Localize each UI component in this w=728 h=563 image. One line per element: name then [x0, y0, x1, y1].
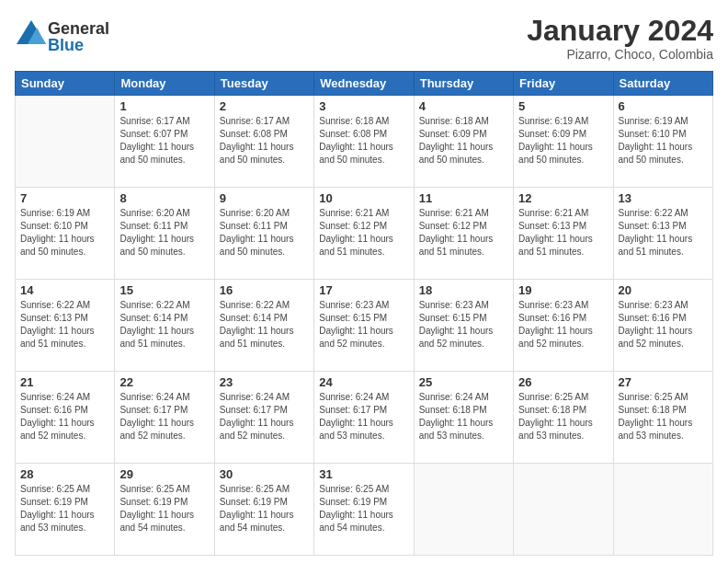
day-info: Sunrise: 6:20 AM Sunset: 6:11 PM Dayligh… [220, 207, 309, 259]
calendar-table: Sunday Monday Tuesday Wednesday Thursday… [15, 71, 713, 556]
day-number: 31 [319, 467, 408, 481]
header-thursday: Thursday [414, 72, 513, 96]
table-row: 8Sunrise: 6:20 AM Sunset: 6:11 PM Daylig… [115, 188, 214, 280]
day-number: 27 [619, 375, 708, 389]
day-number: 1 [119, 99, 209, 113]
table-row: 28Sunrise: 6:25 AM Sunset: 6:19 PM Dayli… [16, 464, 115, 556]
day-number: 18 [419, 283, 508, 297]
day-number: 19 [518, 283, 608, 297]
day-info: Sunrise: 6:23 AM Sunset: 6:15 PM Dayligh… [419, 299, 508, 350]
day-info: Sunrise: 6:21 AM Sunset: 6:12 PM Dayligh… [319, 207, 408, 259]
day-number: 15 [119, 283, 209, 297]
day-number: 26 [518, 375, 608, 389]
title-section: January 2024 Pizarro, Choco, Colombia [527, 15, 713, 62]
header-sunday: Sunday [16, 72, 115, 96]
table-row: 4Sunrise: 6:18 AM Sunset: 6:09 PM Daylig… [414, 96, 513, 188]
table-row: 7Sunrise: 6:19 AM Sunset: 6:10 PM Daylig… [16, 188, 115, 280]
page: General Blue January 2024 Pizarro, Choco… [0, 0, 728, 563]
calendar-header-row: Sunday Monday Tuesday Wednesday Thursday… [16, 72, 713, 96]
table-row: 5Sunrise: 6:19 AM Sunset: 6:09 PM Daylig… [514, 96, 613, 188]
table-row: 3Sunrise: 6:18 AM Sunset: 6:08 PM Daylig… [314, 96, 414, 188]
day-info: Sunrise: 6:24 AM Sunset: 6:17 PM Dayligh… [319, 391, 408, 442]
day-number: 6 [619, 99, 708, 113]
table-row: 10Sunrise: 6:21 AM Sunset: 6:12 PM Dayli… [314, 188, 414, 280]
day-number: 22 [119, 375, 209, 389]
table-row: 11Sunrise: 6:21 AM Sunset: 6:12 PM Dayli… [414, 188, 513, 280]
day-number: 16 [220, 283, 309, 297]
header-friday: Friday [514, 72, 613, 96]
calendar-week-row: 21Sunrise: 6:24 AM Sunset: 6:16 PM Dayli… [16, 372, 713, 464]
day-info: Sunrise: 6:25 AM Sunset: 6:19 PM Dayligh… [220, 483, 309, 534]
day-number: 23 [220, 375, 309, 389]
logo: General Blue [15, 18, 109, 55]
day-number: 11 [419, 191, 508, 205]
table-row: 17Sunrise: 6:23 AM Sunset: 6:15 PM Dayli… [314, 280, 414, 372]
table-row: 2Sunrise: 6:17 AM Sunset: 6:08 PM Daylig… [214, 96, 313, 188]
day-info: Sunrise: 6:24 AM Sunset: 6:17 PM Dayligh… [220, 391, 309, 442]
calendar-week-row: 7Sunrise: 6:19 AM Sunset: 6:10 PM Daylig… [16, 188, 713, 280]
day-info: Sunrise: 6:25 AM Sunset: 6:19 PM Dayligh… [319, 483, 408, 534]
day-info: Sunrise: 6:25 AM Sunset: 6:19 PM Dayligh… [119, 483, 209, 534]
day-info: Sunrise: 6:18 AM Sunset: 6:08 PM Dayligh… [319, 115, 408, 167]
day-info: Sunrise: 6:24 AM Sunset: 6:16 PM Dayligh… [20, 391, 109, 442]
table-row [613, 464, 712, 556]
day-info: Sunrise: 6:17 AM Sunset: 6:08 PM Dayligh… [220, 115, 309, 167]
day-number: 7 [20, 191, 109, 205]
day-info: Sunrise: 6:22 AM Sunset: 6:13 PM Dayligh… [20, 299, 109, 350]
day-number: 28 [20, 467, 109, 481]
day-info: Sunrise: 6:24 AM Sunset: 6:17 PM Dayligh… [119, 391, 209, 442]
day-info: Sunrise: 6:19 AM Sunset: 6:10 PM Dayligh… [619, 115, 708, 167]
day-number: 13 [619, 191, 708, 205]
day-info: Sunrise: 6:20 AM Sunset: 6:11 PM Dayligh… [119, 207, 209, 259]
day-info: Sunrise: 6:19 AM Sunset: 6:10 PM Dayligh… [20, 207, 109, 259]
day-info: Sunrise: 6:23 AM Sunset: 6:15 PM Dayligh… [319, 299, 408, 350]
table-row: 22Sunrise: 6:24 AM Sunset: 6:17 PM Dayli… [115, 372, 214, 464]
calendar-week-row: 14Sunrise: 6:22 AM Sunset: 6:13 PM Dayli… [16, 280, 713, 372]
day-info: Sunrise: 6:24 AM Sunset: 6:18 PM Dayligh… [419, 391, 508, 442]
header: General Blue January 2024 Pizarro, Choco… [15, 15, 713, 62]
day-number: 5 [518, 99, 608, 113]
logo-blue: Blue [48, 37, 109, 53]
day-info: Sunrise: 6:25 AM Sunset: 6:18 PM Dayligh… [619, 391, 708, 442]
calendar-week-row: 28Sunrise: 6:25 AM Sunset: 6:19 PM Dayli… [16, 464, 713, 556]
day-number: 30 [220, 467, 309, 481]
day-number: 4 [419, 99, 508, 113]
calendar-week-row: 1Sunrise: 6:17 AM Sunset: 6:07 PM Daylig… [16, 96, 713, 188]
day-info: Sunrise: 6:22 AM Sunset: 6:14 PM Dayligh… [119, 299, 209, 350]
table-row: 21Sunrise: 6:24 AM Sunset: 6:16 PM Dayli… [16, 372, 115, 464]
table-row: 15Sunrise: 6:22 AM Sunset: 6:14 PM Dayli… [115, 280, 214, 372]
day-number: 20 [619, 283, 708, 297]
month-title: January 2024 [527, 15, 713, 47]
logo-general: General [48, 20, 109, 37]
table-row: 27Sunrise: 6:25 AM Sunset: 6:18 PM Dayli… [613, 372, 712, 464]
day-info: Sunrise: 6:19 AM Sunset: 6:09 PM Dayligh… [518, 115, 608, 167]
day-info: Sunrise: 6:22 AM Sunset: 6:14 PM Dayligh… [220, 299, 309, 350]
day-info: Sunrise: 6:21 AM Sunset: 6:13 PM Dayligh… [518, 207, 608, 259]
day-number: 25 [419, 375, 508, 389]
day-number: 14 [20, 283, 109, 297]
day-number: 17 [319, 283, 408, 297]
day-info: Sunrise: 6:18 AM Sunset: 6:09 PM Dayligh… [419, 115, 508, 167]
header-wednesday: Wednesday [314, 72, 414, 96]
day-info: Sunrise: 6:17 AM Sunset: 6:07 PM Dayligh… [119, 115, 209, 167]
table-row: 16Sunrise: 6:22 AM Sunset: 6:14 PM Dayli… [214, 280, 313, 372]
day-number: 12 [518, 191, 608, 205]
day-info: Sunrise: 6:23 AM Sunset: 6:16 PM Dayligh… [619, 299, 708, 350]
day-number: 2 [220, 99, 309, 113]
table-row: 25Sunrise: 6:24 AM Sunset: 6:18 PM Dayli… [414, 372, 513, 464]
table-row: 20Sunrise: 6:23 AM Sunset: 6:16 PM Dayli… [613, 280, 712, 372]
logo-icon [15, 18, 48, 55]
table-row: 9Sunrise: 6:20 AM Sunset: 6:11 PM Daylig… [214, 188, 313, 280]
header-monday: Monday [115, 72, 214, 96]
day-number: 29 [119, 467, 209, 481]
table-row: 31Sunrise: 6:25 AM Sunset: 6:19 PM Dayli… [314, 464, 414, 556]
table-row: 19Sunrise: 6:23 AM Sunset: 6:16 PM Dayli… [514, 280, 613, 372]
day-info: Sunrise: 6:21 AM Sunset: 6:12 PM Dayligh… [419, 207, 508, 259]
day-number: 3 [319, 99, 408, 113]
day-info: Sunrise: 6:25 AM Sunset: 6:19 PM Dayligh… [20, 483, 109, 534]
table-row: 1Sunrise: 6:17 AM Sunset: 6:07 PM Daylig… [115, 96, 214, 188]
logo-text: General Blue [48, 20, 109, 53]
day-number: 24 [319, 375, 408, 389]
table-row: 29Sunrise: 6:25 AM Sunset: 6:19 PM Dayli… [115, 464, 214, 556]
table-row [16, 96, 115, 188]
